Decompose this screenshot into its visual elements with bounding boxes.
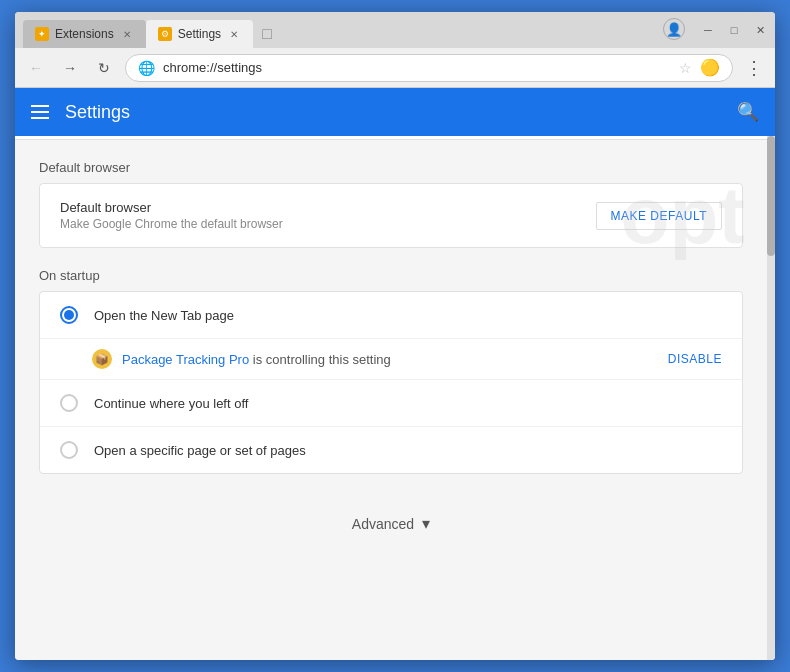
startup-option-continue[interactable]: Continue where you left off [40,380,742,427]
minimize-button[interactable]: ─ [701,23,715,37]
disable-extension-button[interactable]: DISABLE [668,352,722,366]
advanced-arrow-icon: ▾ [422,514,430,533]
startup-option-new-tab-label: Open the New Tab page [94,308,234,323]
startup-option-specific[interactable]: Open a specific page or set of pages [40,427,742,473]
hamburger-line-3 [31,117,49,119]
reload-button[interactable]: ↻ [91,55,117,81]
scrollbar-track [767,136,775,660]
url-bar[interactable]: 🌐 chrome://settings ☆ 🟡 [125,54,733,82]
startup-option-continue-label: Continue where you left off [94,396,248,411]
default-browser-subtitle: Make Google Chrome the default browser [60,217,596,231]
default-browser-info: Default browser Make Google Chrome the d… [60,200,596,231]
hamburger-line-1 [31,105,49,107]
settings-tab-label: Settings [178,27,221,41]
settings-tab-close[interactable]: ✕ [227,27,241,41]
forward-button[interactable]: → [57,55,83,81]
back-button[interactable]: ← [23,55,49,81]
extension-notice-row: 📦 Package Tracking Pro is controlling th… [40,339,742,380]
settings-search-button[interactable]: 🔍 [737,101,759,123]
advanced-label: Advanced [352,516,414,532]
settings-header: Settings 🔍 [15,88,775,136]
extension-icon: 📦 [92,349,112,369]
on-startup-section-label: On startup [39,268,743,283]
advanced-section[interactable]: Advanced ▾ [39,494,743,553]
tab-settings[interactable]: ⚙ Settings ✕ [146,20,253,48]
more-options-button[interactable]: ⋮ [741,57,767,79]
radio-new-tab[interactable] [60,306,78,324]
account-icon[interactable]: 👤 [663,18,685,40]
hamburger-menu-button[interactable] [31,105,49,119]
new-tab-button[interactable]: □ [253,20,281,48]
browser-window: ✦ Extensions ✕ ⚙ Settings ✕ □ ─ □ ✕ 👤 ← … [15,12,775,660]
extension-emoji-icon: 🟡 [700,58,720,77]
extensions-tab-icon: ✦ [35,27,49,41]
bookmark-icon[interactable]: ☆ [679,60,692,76]
content-inner: Default browser Default browser Make Goo… [15,140,775,569]
default-browser-title: Default browser [60,200,596,215]
close-button[interactable]: ✕ [753,23,767,37]
extension-link[interactable]: Package Tracking Pro [122,352,249,367]
startup-option-new-tab[interactable]: Open the New Tab page [40,292,742,339]
radio-continue[interactable] [60,394,78,412]
startup-options-card: Open the New Tab page 📦 Package Tracking… [39,291,743,474]
radio-specific[interactable] [60,441,78,459]
hamburger-line-2 [31,111,49,113]
extensions-tab-label: Extensions [55,27,114,41]
settings-content: opt Default browser Default browser Make… [15,136,775,660]
default-browser-row: Default browser Make Google Chrome the d… [40,184,742,247]
tab-extensions[interactable]: ✦ Extensions ✕ [23,20,146,48]
title-bar: ✦ Extensions ✕ ⚙ Settings ✕ □ ─ □ ✕ 👤 [15,12,775,48]
scrollbar-thumb[interactable] [767,136,775,256]
extension-notice-text: Package Tracking Pro is controlling this… [122,352,658,367]
url-domain: chrome://settings [163,60,671,75]
settings-tab-icon: ⚙ [158,27,172,41]
default-browser-section-label: Default browser [39,160,743,175]
extensions-tab-close[interactable]: ✕ [120,27,134,41]
extension-notice-suffix: is controlling this setting [253,352,391,367]
maximize-button[interactable]: □ [727,23,741,37]
url-globe-icon: 🌐 [138,60,155,76]
address-bar: ← → ↻ 🌐 chrome://settings ☆ 🟡 ⋮ [15,48,775,88]
window-controls: ─ □ ✕ [701,23,767,37]
settings-page-title: Settings [65,102,721,123]
startup-option-specific-label: Open a specific page or set of pages [94,443,306,458]
make-default-button[interactable]: MAKE DEFAULT [596,202,722,230]
default-browser-card: Default browser Make Google Chrome the d… [39,183,743,248]
